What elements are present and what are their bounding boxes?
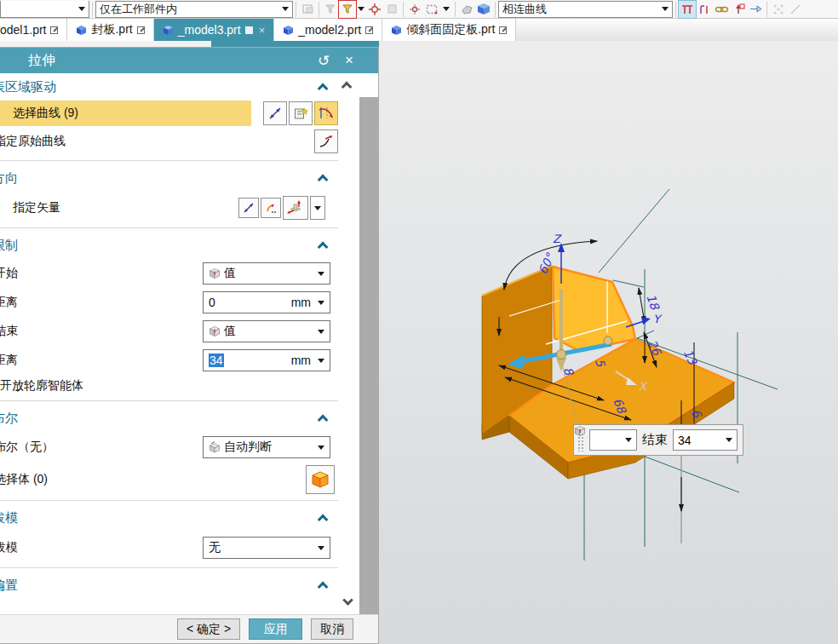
end-distance-input[interactable]: 34 <box>673 429 738 451</box>
end-distance-value: 34 <box>209 354 224 367</box>
boolean-option-combo[interactable]: 自动判断 <box>203 436 330 458</box>
end-distance-input[interactable]: 34 mm <box>203 349 330 371</box>
highlight-related-icon[interactable] <box>299 1 316 18</box>
start-option-combo[interactable]: 值 <box>203 262 330 285</box>
tab-model3-active[interactable]: _model3.prt × <box>154 19 275 41</box>
draft-option-value: 无 <box>209 540 221 555</box>
chevron-down-icon <box>318 330 324 334</box>
solid-body-gray-icon[interactable] <box>458 1 475 18</box>
reset-icon[interactable]: ↺ <box>313 50 334 71</box>
section-draft-header[interactable]: 拔模 <box>0 504 340 532</box>
select-mode-dropdown-icon[interactable] <box>443 7 450 11</box>
y-axis-label: Y <box>653 313 663 325</box>
value-cube-icon <box>574 425 586 437</box>
start-label: 开始 <box>0 266 18 281</box>
stop-at-intersection-icon[interactable] <box>679 1 696 18</box>
section-offset-header[interactable]: 偏置 <box>0 572 340 599</box>
open-profile-row[interactable]: 开放轮廓智能体 <box>0 375 340 397</box>
dialog-scrollbar-thumb[interactable] <box>359 97 378 643</box>
chevron-down-icon <box>318 272 324 276</box>
section-region-header[interactable]: 表区域驱动 <box>0 73 340 101</box>
end-label: 结束 <box>642 432 668 448</box>
unit-label: mm <box>291 354 311 367</box>
draft-row: 拔模 无 <box>0 532 340 564</box>
close-icon[interactable]: × <box>339 50 359 71</box>
curve-section-button[interactable] <box>314 101 338 125</box>
apply-button[interactable]: 应用 <box>249 618 302 640</box>
section-label: 布尔 <box>0 411 18 427</box>
section-limits-header[interactable]: 限制 <box>0 232 340 259</box>
dialog-scrollbar[interactable] <box>338 73 359 643</box>
displayed-part-icon <box>499 26 507 34</box>
rectangle-select-icon[interactable] <box>423 1 440 18</box>
chevron-down-icon <box>318 301 324 305</box>
ok-button[interactable]: < 确定 > <box>177 618 240 640</box>
point-on-curve-icon[interactable] <box>406 1 423 18</box>
start-distance-input[interactable]: 0 mm <box>203 291 330 313</box>
extrude-dialog: 拉伸 ↺ × 表区域驱动 ✔ 选择曲线 (9) <box>0 47 379 644</box>
boolean-option-value: 自动判断 <box>224 440 272 455</box>
inferred-vector-button[interactable] <box>283 196 308 220</box>
filter-gray-icon[interactable] <box>322 1 339 18</box>
solid-body-blue-icon[interactable] <box>475 1 492 18</box>
specify-vector-row[interactable]: ✔ 指定矢量 <box>0 192 340 224</box>
filter-dropdown-icon[interactable] <box>358 7 364 11</box>
value-cube-icon <box>209 325 221 337</box>
tab-fengban[interactable]: 封板.prt <box>67 19 153 41</box>
distance-label: 距离 <box>0 353 18 368</box>
scroll-down-icon[interactable] <box>342 595 353 606</box>
cancel-button[interactable]: 取消 <box>311 618 353 640</box>
graphics-viewport[interactable]: 60° 18 26 13 6 68 8 5 Z Y X <box>379 41 838 644</box>
draft-option-combo[interactable]: 无 <box>203 537 330 559</box>
type-filter-combo[interactable] <box>0 1 89 18</box>
snap-gray-icon[interactable] <box>383 1 400 18</box>
select-curve-label: 选择曲线 (9) <box>13 106 78 121</box>
open-profile-label: 开放轮廓智能体 <box>0 378 83 394</box>
boolean-label: 布尔（无） <box>0 440 54 455</box>
flow-direction-icon[interactable] <box>747 1 764 18</box>
select-body-button[interactable] <box>306 465 335 494</box>
snap-point-icon[interactable] <box>366 1 383 18</box>
region-boundary-button[interactable] <box>289 101 313 125</box>
specify-origin-label: 指定原始曲线 <box>0 134 66 149</box>
section-direction-header[interactable]: 方向 <box>0 164 340 192</box>
select-curve-row[interactable]: ✔ 选择曲线 (9) <box>0 101 340 126</box>
pattern-gray-icon[interactable] <box>770 1 787 18</box>
collapse-chevron-icon <box>318 174 329 185</box>
curve-rule-combo[interactable]: 相连曲线 <box>498 1 673 18</box>
section-boolean-header[interactable]: 布尔 <box>0 405 340 432</box>
tab-close-icon[interactable]: × <box>259 24 266 37</box>
chain-curves-icon[interactable] <box>713 1 730 18</box>
scroll-up-icon[interactable] <box>342 82 353 93</box>
start-row: 开始 值 <box>0 259 340 288</box>
follow-fillet-icon[interactable] <box>696 1 713 18</box>
reverse-vector-button[interactable] <box>238 198 259 218</box>
scope-combo[interactable]: 仅在工作部件内 <box>95 1 293 18</box>
part-icon <box>391 25 402 36</box>
select-body-row[interactable]: 选择体 (0) <box>0 463 340 497</box>
tab-model1[interactable]: odel1.prt <box>0 19 67 41</box>
dialog-titlebar[interactable]: 拉伸 ↺ × <box>0 48 378 73</box>
filter-active-icon[interactable] <box>339 1 356 18</box>
end-distance-row: 距离 34 mm <box>0 346 340 375</box>
limit-option-combo[interactable] <box>589 429 637 451</box>
direction-arrow-icon[interactable] <box>730 1 747 18</box>
section-label: 偏置 <box>0 578 18 594</box>
displayed-part-icon <box>245 26 253 34</box>
reverse-direction-button[interactable] <box>263 101 287 125</box>
specify-origin-curve-row[interactable]: 指定原始曲线 <box>0 126 340 157</box>
start-option-value: 值 <box>224 266 236 281</box>
tab-label: _model3.prt <box>178 23 241 37</box>
slash-gray-icon[interactable] <box>787 1 804 18</box>
origin-curve-button[interactable] <box>314 129 338 153</box>
part-icon <box>283 25 294 36</box>
vector-type-dropdown[interactable] <box>310 196 325 220</box>
tab-qingxiemian[interactable]: 倾斜面固定板.prt <box>382 19 516 41</box>
part-tab-bar: odel1.prt 封板.prt _model3.prt × _model2.p… <box>0 19 838 41</box>
tab-model2[interactable]: _model2.prt <box>274 19 382 41</box>
end-distance-value: 34 <box>678 434 692 447</box>
end-option-combo[interactable]: 值 <box>203 320 330 342</box>
vector-dialog-button[interactable] <box>261 198 281 218</box>
specify-vector-label: 指定矢量 <box>13 200 60 216</box>
scope-value: 仅在工作部件内 <box>100 2 177 17</box>
